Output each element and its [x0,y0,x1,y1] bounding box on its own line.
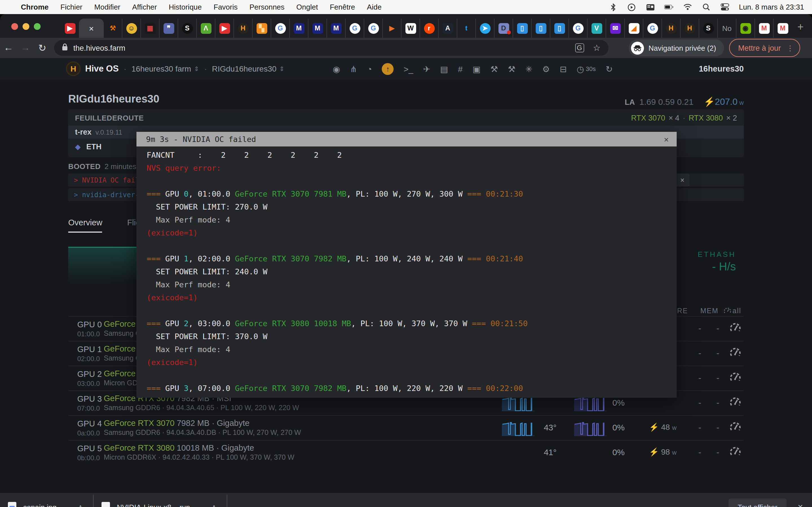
hashtag-icon[interactable]: # [458,64,463,73]
active-tab[interactable]: × [79,18,104,38]
forward-button[interactable]: → [17,42,34,54]
tab-monitor-app[interactable]: ▯ [531,18,550,38]
rig-selector-arrows-icon[interactable]: ⇕ [280,65,285,72]
menubar-clock[interactable]: Lun. 8 mars à 23:31 [739,3,804,11]
tools-icon[interactable]: ⚙ [542,64,550,73]
tab-doc-orange[interactable]: ◢ [624,18,643,38]
tab-mail-purple[interactable]: ✉ [606,18,624,38]
gpu-gauge-icon[interactable] [729,396,742,411]
tab-close-icon[interactable]: × [89,23,94,33]
spotlight-search-icon[interactable] [702,3,711,11]
gpu-gauge-icon[interactable] [729,421,742,436]
browser-menu-icon[interactable]: ⋮ [786,44,796,52]
menubar-item-favoris[interactable]: Favoris [214,3,238,11]
tab-twitter[interactable]: t [457,18,475,38]
tab-hiveos[interactable]: H [661,18,680,38]
pickaxe-icon[interactable]: ⚒ [490,64,498,73]
tab-youtube[interactable]: ▶ [61,18,79,38]
tab-google[interactable]: G [364,18,382,38]
tab-youtube[interactable]: ▶ [215,18,234,38]
menubar-item-modifier[interactable]: Modifier [94,3,120,11]
tab-play-orange[interactable]: ▶ [382,18,401,38]
download-chevron-icon[interactable]: ∧ [211,503,216,507]
back-button[interactable]: ← [0,42,17,54]
bluetooth-icon[interactable] [609,3,618,11]
play-status-icon[interactable] [627,3,637,11]
account-name[interactable]: 16heures30 [699,64,744,73]
tab-wikipedia[interactable]: W [401,18,419,38]
modal-console[interactable]: FANCNT : 2 2 2 2 2 2NVS query error: ===… [137,147,677,398]
gpu-gauge-icon[interactable] [729,322,742,336]
modal-titlebar[interactable]: 9m 3s - NVIDIA OC failed × [137,132,677,147]
new-tab-button[interactable]: + [797,21,804,33]
farm-selector-arrows-icon[interactable]: ⇕ [194,65,199,72]
tab-glitch-art[interactable]: ▦ [140,18,159,38]
gpu-gauge-icon[interactable] [729,346,742,361]
wifi-icon[interactable] [683,3,692,11]
control-center-icon[interactable] [720,3,729,11]
bookmark-star-icon[interactable]: ☆ [593,43,601,53]
farm-selector[interactable]: 16heures30 farm [132,64,191,73]
tab-tab-no[interactable]: No [717,18,736,38]
tab-discord[interactable]: D [494,18,513,38]
address-bar[interactable]: the.hiveos.farm G ☆ [54,40,608,56]
tab-monitor-app[interactable]: ▯ [513,18,531,38]
rocket-icon[interactable]: ✈ [423,64,430,73]
modal-close-icon[interactable]: × [664,134,669,144]
tab-v-teal[interactable]: V [587,18,606,38]
timer-icon[interactable]: ◷30s [576,64,596,73]
gpu-row[interactable]: GPU 40a:00.0GeForce RTX 3070 7982 MB · G… [68,415,744,441]
shell-icon[interactable]: >_ [403,64,413,73]
menubar-item-personnes[interactable]: Personnes [250,3,285,11]
download-chevron-icon[interactable]: ∧ [78,503,83,507]
tab-gmail[interactable]: M [755,18,773,38]
lock-icon[interactable] [62,43,68,52]
rig-selector[interactable]: RIGdu16heures30 [212,64,276,73]
tab-nvidia[interactable]: ◉ [736,18,755,38]
menubar-item-aide[interactable]: Aide [367,3,382,11]
tab-hiveos[interactable]: H [680,18,699,38]
tab-google[interactable]: G [568,18,587,38]
tab-a-tower[interactable]: A [438,18,457,38]
battery-icon[interactable] [665,3,673,11]
tab-google[interactable]: G [345,18,364,38]
tab-gmail[interactable]: M [773,18,792,38]
tab-swirl-site[interactable]: S [699,18,717,38]
upgrade-icon[interactable]: ↑ [382,63,394,75]
keyboard-settings-icon[interactable] [646,3,655,11]
tab-pixel-orange[interactable]: ▚ [252,18,271,38]
tab-lambda-green[interactable]: Λ [196,18,215,38]
hiveos-brand[interactable]: Hive OS [85,64,119,74]
refresh-icon[interactable]: ↻ [606,64,613,73]
update-chrome-button[interactable]: Mettre à jour ⋮ [729,39,800,57]
menubar-item-fenêtre[interactable]: Fenêtre [330,3,355,11]
zoom-window-button[interactable] [34,23,41,30]
tab-google[interactable]: G [271,18,289,38]
console-row-close-icon[interactable]: × [675,173,690,186]
tab-hiveos[interactable]: H [234,18,252,38]
reload-button[interactable]: ↻ [34,42,51,54]
stats-pie-icon[interactable]: ◔ [367,64,372,73]
tab-swirl-site[interactable]: S [177,18,196,38]
tab-monitor-app[interactable]: ▯ [550,18,568,38]
download-item[interactable]: copain.jpg∧ [0,493,93,507]
fan-icon[interactable]: ✳ [525,64,532,73]
tab-mining-hammers[interactable]: ⚒ [104,18,122,38]
gpu-row[interactable]: GPU 50b:00.0GeForce RTX 3080 10018 MB · … [68,440,744,465]
menubar-item-historique[interactable]: Historique [168,3,202,11]
hiveos-logo-icon[interactable]: H [66,61,81,76]
downloads-close-icon[interactable]: × [798,502,803,507]
terminal-icon[interactable]: ▣ [472,64,480,73]
menubar-item-fichier[interactable]: Fichier [60,3,82,11]
tab-google[interactable]: G [643,18,661,38]
tab-telegram[interactable]: ➤ [475,18,494,38]
tab-m-site[interactable]: M [326,18,345,38]
minimize-window-button[interactable] [22,23,29,30]
reboot-fork-icon[interactable]: ⋔ [350,64,357,73]
tab-reddit[interactable]: r [419,18,438,38]
gpu-gauge-icon[interactable] [729,371,742,386]
tab-m-site[interactable]: M [308,18,326,38]
power-icon[interactable]: ◉ [333,64,340,73]
close-window-button[interactable] [11,23,18,30]
gpu-gauge-icon[interactable] [729,446,742,460]
